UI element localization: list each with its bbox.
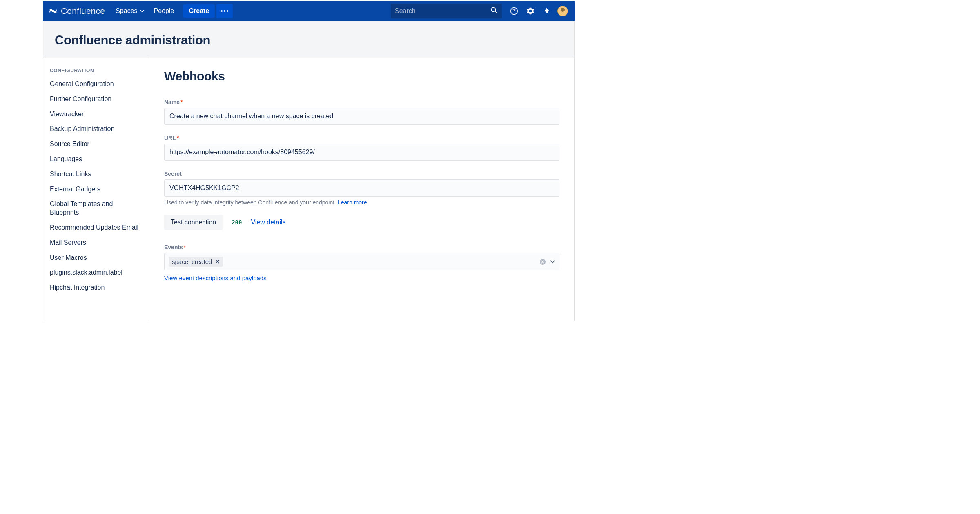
main-heading: Webhooks: [164, 69, 559, 83]
search-input[interactable]: [395, 7, 490, 15]
confluence-logo-icon: [49, 7, 58, 16]
top-navigation: Confluence Spaces People Create: [43, 1, 575, 21]
sidebar-item-global-templates[interactable]: Global Templates and Blueprints: [48, 197, 144, 220]
more-button[interactable]: [216, 4, 233, 18]
logo[interactable]: Confluence: [43, 6, 111, 16]
svg-point-1: [224, 10, 225, 12]
event-descriptions-link[interactable]: View event descriptions and payloads: [164, 275, 559, 281]
svg-point-2: [227, 10, 228, 12]
gear-icon: [526, 7, 535, 15]
sidebar-item-further-configuration[interactable]: Further Configuration: [48, 92, 144, 107]
name-input[interactable]: [164, 108, 559, 125]
sidebar-heading: CONFIGURATION: [48, 68, 144, 77]
page-header: Confluence administration: [43, 21, 575, 58]
secret-help-text: Used to verify data integrity between Co…: [164, 199, 559, 206]
events-select[interactable]: space_created ✕: [164, 253, 559, 270]
view-details-link[interactable]: View details: [251, 219, 285, 226]
sidebar-item-external-gadgets[interactable]: External Gadgets: [48, 182, 144, 197]
name-label: Name*: [164, 99, 559, 105]
svg-point-3: [491, 7, 496, 12]
event-chip-label: space_created: [172, 258, 212, 265]
sidebar: CONFIGURATION General Configuration Furt…: [43, 58, 149, 321]
help-icon: [510, 7, 518, 15]
user-avatar[interactable]: [557, 6, 568, 16]
svg-point-0: [221, 10, 223, 12]
page-title: Confluence administration: [55, 33, 563, 48]
sidebar-item-mail-servers[interactable]: Mail Servers: [48, 235, 144, 250]
url-input[interactable]: [164, 144, 559, 161]
sidebar-item-backup-administration[interactable]: Backup Administration: [48, 122, 144, 137]
chip-remove-icon[interactable]: ✕: [215, 259, 220, 265]
search-field[interactable]: [391, 4, 502, 18]
secret-label: Secret: [164, 171, 559, 177]
nav-people[interactable]: People: [149, 1, 179, 21]
url-label: URL*: [164, 135, 559, 141]
sidebar-item-hipchat[interactable]: Hipchat Integration: [48, 280, 144, 295]
status-code: 200: [232, 219, 242, 226]
ellipsis-icon: [221, 10, 228, 12]
sidebar-item-languages[interactable]: Languages: [48, 152, 144, 167]
settings-button[interactable]: [522, 1, 539, 21]
sidebar-item-slack-plugin[interactable]: plugins.slack.admin.label: [48, 265, 144, 280]
nav-spaces[interactable]: Spaces: [111, 1, 149, 21]
test-connection-button[interactable]: Test connection: [164, 215, 223, 230]
events-label: Events*: [164, 244, 559, 250]
logo-text: Confluence: [61, 6, 105, 16]
sidebar-item-user-macros[interactable]: User Macros: [48, 250, 144, 266]
chevron-down-icon: [140, 10, 144, 12]
sidebar-item-shortcut-links[interactable]: Shortcut Links: [48, 167, 144, 182]
sidebar-item-source-editor[interactable]: Source Editor: [48, 137, 144, 152]
bell-icon: [543, 7, 550, 15]
event-chip: space_created ✕: [169, 257, 223, 267]
svg-point-5: [514, 13, 514, 13]
sidebar-item-recommended-updates[interactable]: Recommended Updates Email: [48, 220, 144, 235]
secret-input[interactable]: [164, 179, 559, 197]
learn-more-link[interactable]: Learn more: [338, 199, 367, 206]
sidebar-item-general-configuration[interactable]: General Configuration: [48, 77, 144, 92]
search-icon: [490, 7, 498, 16]
test-connection-row: Test connection 200 View details: [164, 215, 559, 230]
create-button[interactable]: Create: [183, 4, 215, 18]
nav-people-label: People: [154, 7, 174, 15]
clear-icon[interactable]: [539, 259, 546, 265]
sidebar-item-viewtracker[interactable]: Viewtracker: [48, 107, 144, 122]
help-button[interactable]: [506, 1, 522, 21]
nav-spaces-label: Spaces: [116, 7, 137, 15]
chevron-down-icon[interactable]: [550, 260, 555, 264]
notifications-button[interactable]: [539, 1, 555, 21]
main-content: Webhooks Name* URL* Secret Used to verif…: [149, 58, 574, 321]
